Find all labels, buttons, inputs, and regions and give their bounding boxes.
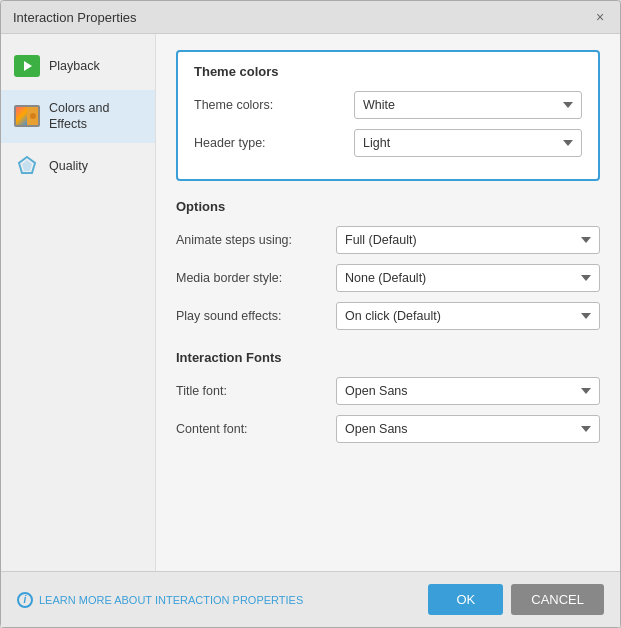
- title-font-row: Title font: Open Sans Arial Verdana: [176, 377, 600, 405]
- theme-section-title: Theme colors: [194, 64, 582, 79]
- theme-colors-select[interactable]: White Dark Light: [354, 91, 582, 119]
- media-border-row: Media border style: None (Default) Shado…: [176, 264, 600, 292]
- title-font-label: Title font:: [176, 384, 336, 398]
- title-font-select[interactable]: Open Sans Arial Verdana: [336, 377, 600, 405]
- cancel-button[interactable]: CANCEL: [511, 584, 604, 615]
- learn-more-text: LEARN MORE ABOUT INTERACTION PROPERTIES: [39, 594, 303, 606]
- dialog-body: Playback Colors and Effects: [1, 34, 620, 571]
- interaction-properties-dialog: Interaction Properties × Playback: [0, 0, 621, 628]
- learn-more-link[interactable]: i LEARN MORE ABOUT INTERACTION PROPERTIE…: [17, 592, 303, 608]
- svg-marker-2: [22, 160, 32, 171]
- options-section: Options Animate steps using: Full (Defau…: [176, 199, 600, 330]
- dialog-footer: i LEARN MORE ABOUT INTERACTION PROPERTIE…: [1, 571, 620, 627]
- sidebar-item-colors-effects[interactable]: Colors and Effects: [1, 90, 155, 143]
- dialog-title: Interaction Properties: [13, 10, 137, 25]
- fonts-section: Interaction Fonts Title font: Open Sans …: [176, 350, 600, 443]
- footer-buttons: OK CANCEL: [428, 584, 604, 615]
- sidebar-item-quality[interactable]: Quality: [1, 143, 155, 191]
- theme-colors-row: Theme colors: White Dark Light: [194, 91, 582, 119]
- playback-icon: [13, 52, 41, 80]
- header-type-label: Header type:: [194, 136, 354, 150]
- sidebar-label-playback: Playback: [49, 58, 100, 74]
- sidebar-label-colors: Colors and Effects: [49, 100, 143, 133]
- header-type-row: Header type: Light Dark None: [194, 129, 582, 157]
- colors-icon: [13, 102, 41, 130]
- fonts-section-title: Interaction Fonts: [176, 350, 600, 365]
- titlebar: Interaction Properties ×: [1, 1, 620, 34]
- close-button[interactable]: ×: [592, 9, 608, 25]
- content-font-label: Content font:: [176, 422, 336, 436]
- animate-steps-row: Animate steps using: Full (Default) None…: [176, 226, 600, 254]
- theme-colors-label: Theme colors:: [194, 98, 354, 112]
- content-font-select[interactable]: Open Sans Arial Verdana: [336, 415, 600, 443]
- animate-steps-select[interactable]: Full (Default) None Fade: [336, 226, 600, 254]
- options-section-title: Options: [176, 199, 600, 214]
- info-icon: i: [17, 592, 33, 608]
- media-border-label: Media border style:: [176, 271, 336, 285]
- media-border-select[interactable]: None (Default) Shadow Border: [336, 264, 600, 292]
- theme-colors-section: Theme colors Theme colors: White Dark Li…: [176, 50, 600, 181]
- animate-steps-label: Animate steps using:: [176, 233, 336, 247]
- sidebar-label-quality: Quality: [49, 158, 88, 174]
- content-font-row: Content font: Open Sans Arial Verdana: [176, 415, 600, 443]
- sidebar: Playback Colors and Effects: [1, 34, 156, 571]
- sidebar-item-playback[interactable]: Playback: [1, 42, 155, 90]
- quality-icon: [13, 153, 41, 181]
- play-sound-row: Play sound effects: On click (Default) A…: [176, 302, 600, 330]
- header-type-select[interactable]: Light Dark None: [354, 129, 582, 157]
- play-sound-select[interactable]: On click (Default) Always Never: [336, 302, 600, 330]
- ok-button[interactable]: OK: [428, 584, 503, 615]
- svg-point-0: [30, 113, 36, 119]
- main-content: Theme colors Theme colors: White Dark Li…: [156, 34, 620, 571]
- play-sound-label: Play sound effects:: [176, 309, 336, 323]
